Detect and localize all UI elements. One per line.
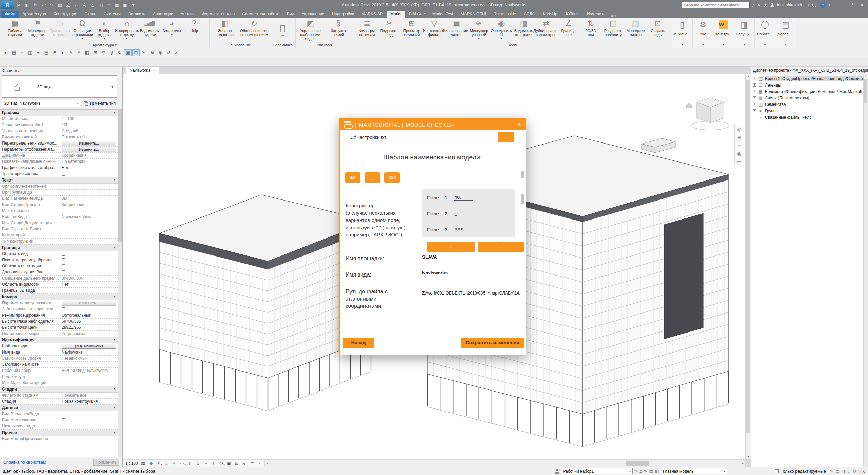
collapse-chevron-icon[interactable]: ∧ [113,387,116,391]
browser-tree-item[interactable]: +∞Связанные файлы Revit [751,114,868,120]
toolbar-icon[interactable]: A [75,49,83,56]
scroll-down-icon[interactable]: ▾ [864,464,868,467]
property-value[interactable]: Координация [60,202,118,208]
property-value[interactable] [60,423,118,429]
toolbar-icon[interactable]: ▤ [43,49,50,56]
property-value[interactable]: Показать оба [60,134,118,140]
thin-lines-icon[interactable]: ≡ [105,2,113,8]
toolbar-icon[interactable]: ↻ [116,49,123,56]
property-row[interactable]: Рабочий наборВид "3D вид: Navisworks" [0,368,118,374]
expander-icon[interactable]: + [753,96,756,99]
edit-type-button[interactable]: Изменить тип [82,100,117,107]
ribbon-collapsed-panel[interactable]: ▤Дополн...▾ [775,18,796,48]
orbit-icon[interactable]: ◉ [737,151,741,156]
ribbon-tab[interactable]: JOTools [561,11,583,18]
analytical-off-icon[interactable]: ⚙× [218,461,224,466]
property-row[interactable]: Вид.ТипВидаNavisworksView [0,214,118,220]
scrollbar-thumb[interactable] [864,79,867,103]
scroll-up-icon[interactable]: ▴ [746,74,751,79]
toolbar-icon[interactable]: ⇄ [165,49,172,56]
ribbon-panel-label[interactable]: Зонирование [210,42,270,48]
property-row[interactable]: Положение камерыРегулировка [0,331,118,337]
field-value[interactable]: _ [454,211,473,216]
expander-icon[interactable]: + [753,90,756,93]
property-value[interactable]: По категории [60,159,118,165]
ribbon-tab[interactable]: Marks [387,11,405,18]
save-changes-button[interactable]: Сохранить изменения [461,338,524,348]
view-tab-close-icon[interactable]: × [154,68,156,72]
help-icon[interactable]: ? [820,2,826,8]
property-row[interactable]: Зависимость уровняНезависимый [0,356,118,362]
dialog-close-icon[interactable]: × [518,121,521,128]
toolbar-icon[interactable]: ⚑ [51,49,58,56]
steering-wheel-icon[interactable]: ◎ [737,127,741,132]
ribbon-tab[interactable]: Архитектура [19,11,50,18]
ribbon-collapsed-panel[interactable]: ⚙BIM▾ [693,18,713,48]
property-value[interactable]: Координация [60,153,118,158]
browse-button[interactable]: ... [498,132,514,142]
dialog-title-bar[interactable]: | MARKSDIGITAL | MODEL CHECKER × [340,119,526,130]
ribbon-button[interactable]: ▤Копированиелистов [446,18,468,37]
ribbon-panel-label[interactable]: Tools [353,42,672,48]
property-value[interactable] [60,411,118,417]
ribbon-tab[interactable]: KartsUp [539,11,561,18]
checkbox[interactable] [62,264,65,268]
filter-icon[interactable]: ▽ [858,469,862,474]
ribbon-tab[interactable]: Аннотации [149,11,177,18]
property-value[interactable]: Независимый [60,356,118,361]
toolbar-icon[interactable]: ✂ [140,49,148,56]
toolbar-icon[interactable]: ◫ [26,49,34,56]
property-value[interactable] [60,380,118,386]
property-value[interactable] [60,251,118,257]
template-token-button[interactable]: XXX [384,172,400,183]
ribbon-button[interactable]: ▽Контекстныйфильтр [423,18,446,37]
ribbon-button[interactable]: ◉Определить Id▾ [490,18,513,41]
property-row[interactable]: Границы 3D вида [0,288,118,294]
open-icon[interactable]: ◰ [16,2,23,8]
ribbon-collapsed-panel[interactable]: WКонстру...▾ [713,18,734,48]
pan-icon[interactable]: ▭ [737,159,741,165]
site-name-value[interactable]: SLAVA [422,254,437,260]
browser-tree-item[interactable]: +◰Виды (1_СтадияПроекта/Назначение вида/… [751,75,868,82]
ribbon-button[interactable]: ∠Границаосей [557,18,580,37]
visual-style-icon[interactable]: ▦ [140,461,146,466]
toolbar-icon[interactable]: ≋ [149,49,156,56]
toolbar-icon[interactable]: ⊞ [92,49,99,56]
ribbon-button[interactable]: §Загрузкасвязей [324,18,353,37]
property-value[interactable]: 100 [60,122,118,128]
ribbon-tab[interactable]: Файл [1,11,19,18]
shadows-off-icon[interactable]: ☼ [164,461,170,466]
property-section-header[interactable]: Идентификация∧ [0,337,118,343]
properties-scrollbar[interactable] [118,109,122,457]
ribbon-button[interactable]: ⚑Менеджеротделки [26,18,49,37]
close-inactive-windows-icon[interactable]: ⊠ [113,2,121,8]
search-input[interactable] [682,2,750,8]
property-row[interactable]: Показать невидимые линииПо категории [0,159,118,165]
account-icon[interactable] [770,3,774,7]
collapse-chevron-icon[interactable]: ∧ [113,295,116,299]
toolbar-icon[interactable]: ∠ [173,49,180,56]
apply-button[interactable]: Применить [93,459,119,466]
toolbar-icon[interactable]: ▽ [100,49,107,56]
toolbar-icon[interactable]: ▸ [2,49,9,56]
property-value[interactable]: 304800,000 [60,276,118,281]
ribbon-tab[interactable]: Анализ [177,11,198,18]
ribbon-collapsed-panel[interactable]: ▯Инжене...▾ [672,18,693,48]
remove-field-button[interactable]: - [478,242,524,252]
select-pinned-icon[interactable]: ◨ [842,469,846,474]
scrollbar-thumb[interactable] [746,80,750,433]
ribbon-collapsed-panel[interactable]: ⓘРабота...▾ [755,18,775,48]
editable-only-checkbox[interactable] [775,469,779,473]
property-row[interactable]: Дальняя секущая Вкл [0,269,118,276]
edit-button[interactable]: Изменить... [62,301,116,306]
ribbon-button[interactable]: ◧Зона попомещению [210,18,240,37]
aligned-dimension-icon[interactable]: ↔ [73,2,80,8]
toolbar-icon[interactable]: ⊡ [132,49,140,56]
browser-tree-item[interactable]: +▤Легенды [751,82,868,88]
edit-button[interactable]: Изменить... [62,147,116,152]
browser-scrollbar[interactable]: ▴ ▾ [863,74,868,467]
search-icon[interactable]: ⌕ [752,2,755,8]
ribbon-button[interactable]: ◕Аналитика▾ [161,18,183,37]
ribbon-tab[interactable]: MARKS-ОБЩ [457,11,490,18]
property-value[interactable]: 1 : 100 [60,116,118,122]
